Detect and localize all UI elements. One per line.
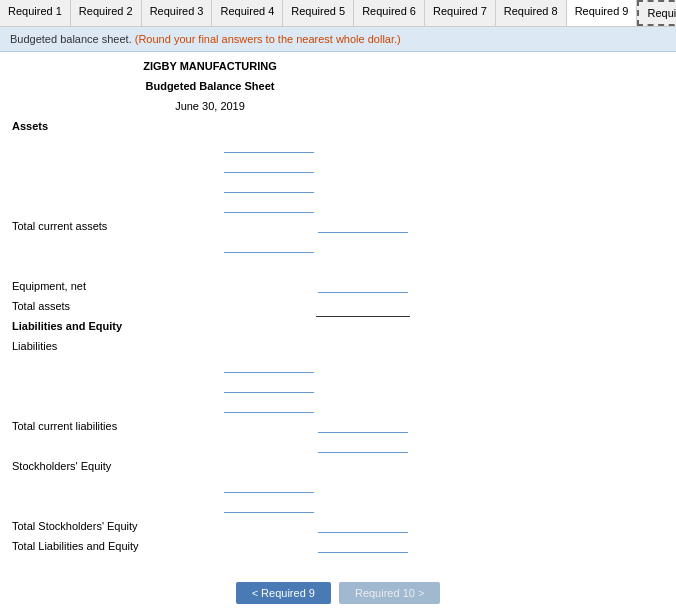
total-stockholders-equity-label: Total Stockholders' Equity	[10, 516, 222, 536]
tab-required-9[interactable]: Required 9	[567, 0, 638, 26]
liabilities-equity-header-row: Liabilities and Equity	[10, 316, 410, 336]
subtitle-row: Budgeted Balance Sheet	[10, 76, 410, 96]
sheet-date: June 30, 2019	[10, 96, 410, 116]
tab-required-10[interactable]: Required 10	[637, 0, 676, 26]
liabilities-header: Liabilities	[10, 336, 222, 356]
asset-label-1	[10, 136, 222, 156]
sheet-title: Budgeted Balance Sheet	[10, 76, 410, 96]
liability-input-3a[interactable]	[224, 400, 314, 413]
liability-label-1	[10, 356, 222, 376]
asset-label-5	[10, 236, 222, 256]
tab-required-2[interactable]: Required 2	[71, 0, 142, 26]
liability-row-3	[10, 396, 410, 416]
instruction-text-orange: (Round your final answers to the nearest…	[135, 33, 401, 45]
total-liabilities-equity-row: Total Liabilities and Equity	[10, 536, 410, 556]
sheet-container: ZIGBY MANUFACTURING Budgeted Balance She…	[0, 52, 676, 566]
asset-row-1	[10, 136, 410, 156]
equity-row-2	[10, 496, 410, 516]
total-current-assets-row: Total current assets	[10, 216, 410, 236]
asset-label-6	[10, 256, 222, 276]
total-assets-label: Total assets	[10, 296, 222, 316]
equipment-net-input[interactable]	[318, 280, 408, 293]
instruction-text-before: Budgeted balance sheet.	[10, 33, 135, 45]
asset-input-5a[interactable]	[224, 240, 314, 253]
total-current-assets-label: Total current assets	[10, 216, 222, 236]
tab-required-6[interactable]: Required 6	[354, 0, 425, 26]
asset-input-4a[interactable]	[224, 200, 314, 213]
total-current-liabilities-row: Total current liabilities	[10, 416, 410, 436]
asset-input-3a[interactable]	[224, 180, 314, 193]
company-name: ZIGBY MANUFACTURING	[10, 56, 410, 76]
assets-header-row: Assets	[10, 116, 410, 136]
asset-row-3	[10, 176, 410, 196]
asset-label-3	[10, 176, 222, 196]
tab-required-8[interactable]: Required 8	[496, 0, 567, 26]
assets-header: Assets	[10, 116, 222, 136]
liabilities-equity-header: Liabilities and Equity	[10, 316, 222, 336]
title-row: ZIGBY MANUFACTURING	[10, 56, 410, 76]
equity-input-2a[interactable]	[224, 500, 314, 513]
equipment-net-row: Equipment, net	[10, 276, 410, 296]
total-current-assets-input[interactable]	[318, 220, 408, 233]
total-stockholders-equity-row: Total Stockholders' Equity	[10, 516, 410, 536]
asset-label-2	[10, 156, 222, 176]
asset-row-2	[10, 156, 410, 176]
equity-label-1	[10, 476, 222, 496]
total-assets-row: Total assets	[10, 296, 410, 316]
total-liabilities-equity-input[interactable]	[318, 540, 408, 553]
liability-row-2	[10, 376, 410, 396]
prev-button[interactable]: < Required 9	[236, 582, 331, 604]
tab-required-7[interactable]: Required 7	[425, 0, 496, 26]
total-stockholders-equity-input[interactable]	[318, 520, 408, 533]
equity-label-2	[10, 496, 222, 516]
bottom-nav: < Required 9 Required 10 >	[0, 572, 676, 614]
total-current-liabilities-input[interactable]	[318, 420, 408, 433]
liabilities-header-row: Liabilities	[10, 336, 410, 356]
liability-row-1	[10, 356, 410, 376]
liability-label-4	[10, 436, 222, 456]
equity-input-1a[interactable]	[224, 480, 314, 493]
asset-row-5	[10, 236, 410, 256]
balance-sheet-table: ZIGBY MANUFACTURING Budgeted Balance She…	[10, 56, 410, 556]
liability-row-4	[10, 436, 410, 456]
liability-input-2a[interactable]	[224, 380, 314, 393]
asset-row-6	[10, 256, 410, 276]
asset-input-1a[interactable]	[224, 140, 314, 153]
asset-input-2a[interactable]	[224, 160, 314, 173]
total-assets-input[interactable]	[318, 300, 408, 312]
liability-label-2	[10, 376, 222, 396]
tab-required-1[interactable]: Required 1	[0, 0, 71, 26]
liability-input-1a[interactable]	[224, 360, 314, 373]
total-liabilities-equity-label: Total Liabilities and Equity	[10, 536, 222, 556]
asset-row-4	[10, 196, 410, 216]
tab-required-4[interactable]: Required 4	[212, 0, 283, 26]
tab-required-5[interactable]: Required 5	[283, 0, 354, 26]
stockholders-equity-header: Stockholders' Equity	[10, 456, 222, 476]
liability-input-4b[interactable]	[318, 440, 408, 453]
stockholders-equity-header-row: Stockholders' Equity	[10, 456, 410, 476]
next-button[interactable]: Required 10 >	[339, 582, 440, 604]
total-current-liabilities-label: Total current liabilities	[10, 416, 222, 436]
asset-label-4	[10, 196, 222, 216]
date-row: June 30, 2019	[10, 96, 410, 116]
instruction-bar: Budgeted balance sheet. (Round your fina…	[0, 27, 676, 52]
liability-label-3	[10, 396, 222, 416]
equipment-net-label: Equipment, net	[10, 276, 222, 296]
tab-required-3[interactable]: Required 3	[142, 0, 213, 26]
equity-row-1	[10, 476, 410, 496]
tabs-bar: Required 1 Required 2 Required 3 Require…	[0, 0, 676, 27]
